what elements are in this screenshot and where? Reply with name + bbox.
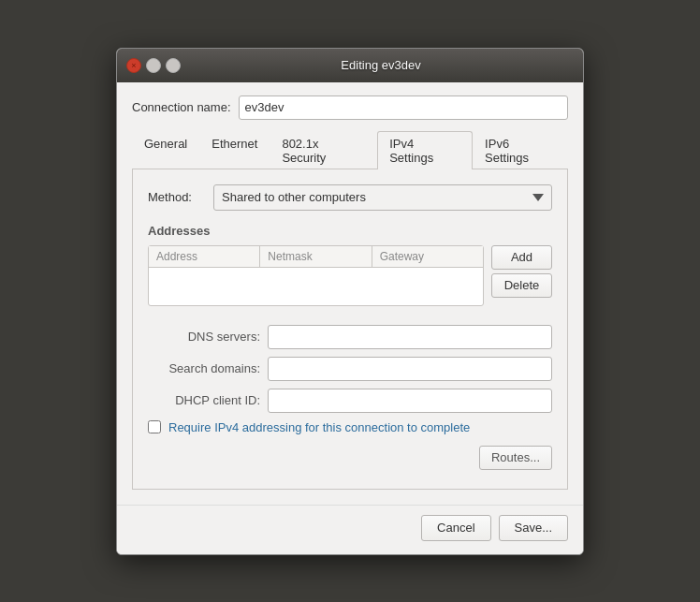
routes-row: Routes... <box>148 446 552 470</box>
require-ipv4-row: Require IPv4 addressing for this connect… <box>148 420 552 434</box>
save-button[interactable]: Save... <box>499 515 568 541</box>
tabs-bar: General Ethernet 802.1x Security IPv4 Se… <box>132 131 568 169</box>
window-title: Editing ev3dev <box>188 58 574 72</box>
dhcp-input[interactable] <box>268 389 552 413</box>
addresses-table: Address Netmask Gateway <box>148 245 484 306</box>
connection-name-label: Connection name: <box>132 100 231 114</box>
tab-ipv6[interactable]: IPv6 Settings <box>473 131 568 169</box>
close-button[interactable]: × <box>126 58 141 73</box>
dhcp-row: DHCP client ID: <box>148 389 552 413</box>
gateway-col-header: Gateway <box>372 246 483 267</box>
dialog-footer: Cancel Save... <box>117 505 583 554</box>
tab-general[interactable]: General <box>132 131 199 169</box>
dhcp-label: DHCP client ID: <box>148 393 260 407</box>
addresses-buttons: Add Delete <box>491 245 552 314</box>
tab-8021x[interactable]: 802.1x Security <box>270 131 377 169</box>
method-row: Method: Shared to other computers Automa… <box>148 184 552 211</box>
delete-address-button[interactable]: Delete <box>491 273 552 298</box>
dialog-window: × Editing ev3dev Connection name: Genera… <box>116 48 584 555</box>
maximize-button[interactable] <box>166 58 181 73</box>
require-ipv4-label[interactable]: Require IPv4 addressing for this connect… <box>168 420 470 434</box>
connection-name-row: Connection name: <box>132 95 568 120</box>
close-icon: × <box>131 61 136 70</box>
addresses-section: Address Netmask Gateway Add Delete <box>148 245 552 314</box>
cancel-button[interactable]: Cancel <box>421 515 490 541</box>
dns-row: DNS servers: <box>148 325 552 349</box>
address-col-header: Address <box>149 246 260 267</box>
method-select[interactable]: Shared to other computers Automatic (DHC… <box>213 184 552 211</box>
titlebar: × Editing ev3dev <box>117 49 583 82</box>
tab-ipv4[interactable]: IPv4 Settings <box>377 131 473 169</box>
require-ipv4-checkbox[interactable] <box>148 420 161 433</box>
tab-ethernet[interactable]: Ethernet <box>199 131 270 169</box>
connection-name-input[interactable] <box>239 95 568 120</box>
addresses-table-body <box>149 268 483 305</box>
add-address-button[interactable]: Add <box>491 245 552 270</box>
search-domains-input[interactable] <box>268 357 552 381</box>
routes-button[interactable]: Routes... <box>479 446 552 470</box>
addresses-header: Addresses <box>148 224 552 238</box>
window-controls: × <box>126 58 181 73</box>
dns-input[interactable] <box>268 325 552 349</box>
minimize-button[interactable] <box>146 58 161 73</box>
method-label: Method: <box>148 190 204 204</box>
netmask-col-header: Netmask <box>260 246 372 267</box>
addresses-table-area: Address Netmask Gateway <box>148 245 484 314</box>
addresses-table-header: Address Netmask Gateway <box>149 246 483 268</box>
dns-label: DNS servers: <box>148 330 260 344</box>
search-domains-label: Search domains: <box>148 361 260 375</box>
ipv4-tab-content: Method: Shared to other computers Automa… <box>132 169 568 490</box>
search-domains-row: Search domains: <box>148 357 552 381</box>
window-content: Connection name: General Ethernet 802.1x… <box>117 82 583 505</box>
